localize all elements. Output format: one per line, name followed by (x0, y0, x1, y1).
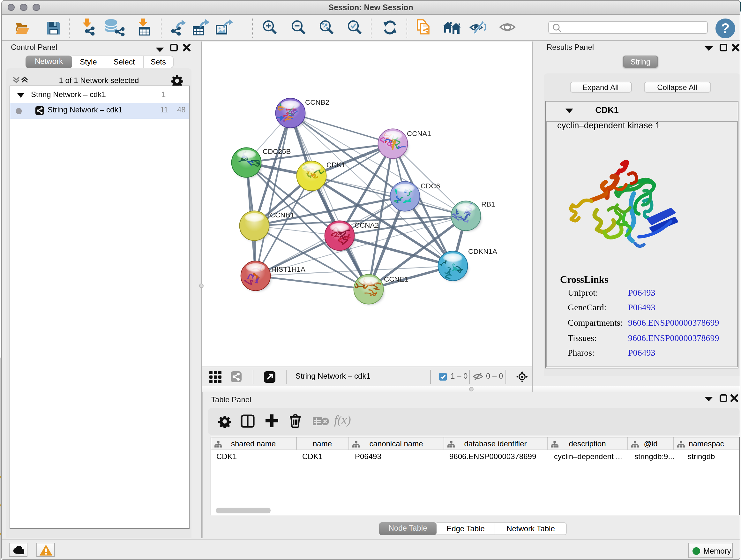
svg-text:CDC25B: CDC25B (263, 147, 291, 155)
svg-text:CCNB1: CCNB1 (270, 211, 294, 219)
svg-text:CDC6: CDC6 (421, 182, 440, 190)
svg-text:?: ? (721, 20, 730, 36)
svg-text:CCNA2: CCNA2 (354, 221, 379, 229)
svg-text:RB1: RB1 (481, 200, 495, 208)
svg-text:CCNE1: CCNE1 (384, 275, 408, 283)
svg-text:HIST1H1A: HIST1H1A (271, 265, 306, 273)
svg-text:CCNB2: CCNB2 (305, 98, 329, 106)
svg-text:CDKN1A: CDKN1A (468, 247, 497, 255)
svg-text:CCNA1: CCNA1 (407, 130, 431, 138)
svg-text:CDK1: CDK1 (327, 161, 346, 169)
